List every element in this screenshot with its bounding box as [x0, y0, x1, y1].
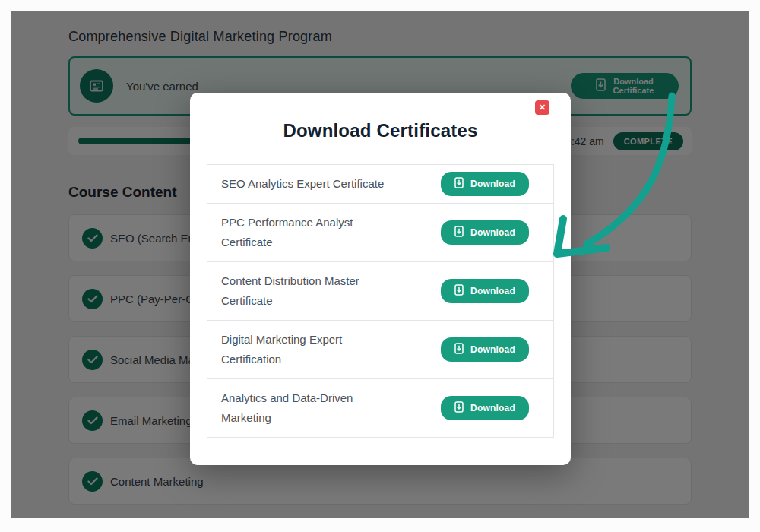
certificate-name: PPC Performance Analyst Certificate [207, 204, 416, 261]
download-file-icon [454, 343, 464, 356]
download-button[interactable]: Download [441, 220, 529, 245]
screen: Comprehensive Digital Marketing Program … [0, 0, 760, 532]
table-row: Analytics and Data-Driven Marketing Down… [207, 378, 553, 437]
download-file-icon [454, 226, 464, 239]
certificate-action-cell: Download [416, 262, 553, 320]
download-button[interactable]: Download [441, 279, 529, 303]
certificate-name: SEO Analytics Expert Certificate [207, 165, 416, 203]
download-button[interactable]: Download [441, 337, 529, 362]
modal-title: Download Certificates [207, 120, 554, 141]
close-icon[interactable]: ✕ [535, 100, 549, 115]
download-file-icon [454, 284, 464, 298]
download-button-label: Download [470, 286, 515, 296]
download-button-label: Download [470, 227, 515, 238]
certificate-action-cell: Download [416, 165, 553, 203]
table-row: SEO Analytics Expert Certificate Downloa… [207, 165, 553, 203]
download-button-label: Download [470, 403, 515, 413]
certificate-action-cell: Download [416, 204, 553, 261]
download-button-label: Download [470, 179, 515, 189]
table-row: PPC Performance Analyst Certificate Down… [207, 203, 553, 261]
download-button[interactable]: Download [441, 396, 529, 420]
table-row: Content Distribution Master Certificate … [207, 261, 553, 320]
certificate-name: Analytics and Data-Driven Marketing [207, 379, 416, 437]
download-button-label: Download [470, 344, 515, 355]
table-row: Digital Marketing Expert Certification D… [207, 320, 553, 378]
certificate-name: Digital Marketing Expert Certification [207, 321, 416, 378]
certificates-table: SEO Analytics Expert Certificate Downloa… [207, 164, 554, 438]
certificate-action-cell: Download [416, 379, 553, 437]
certificate-name: Content Distribution Master Certificate [207, 262, 416, 320]
download-file-icon [454, 401, 464, 415]
download-button[interactable]: Download [441, 172, 529, 196]
download-file-icon [454, 177, 464, 191]
download-certificates-modal: ✕ Download Certificates SEO Analytics Ex… [190, 93, 571, 465]
certificate-action-cell: Download [416, 321, 553, 378]
